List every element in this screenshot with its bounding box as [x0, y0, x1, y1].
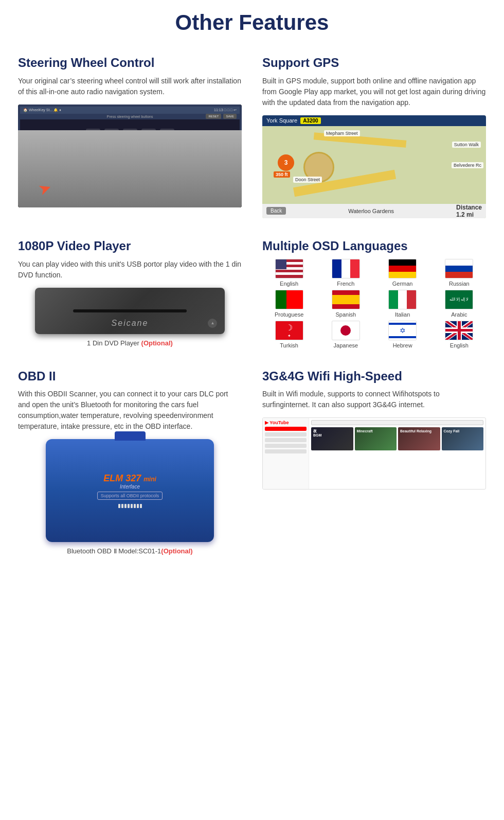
yt-video-2[interactable]: Minecraft — [355, 427, 397, 450]
yt-video-1-title: 夜BGM — [311, 427, 353, 439]
row-1: Steering Wheel Control Your original car… — [15, 50, 489, 223]
gps-street3-label: Sutton Walk — [452, 142, 481, 148]
osd-section: Multiple OSD Languages English — [260, 234, 489, 354]
yt-video-4-title: Cozy Fall — [442, 427, 484, 435]
japan-circle — [340, 325, 351, 336]
video-section: 1080P Video Player You can play video wi… — [15, 234, 244, 354]
flag-turkey: ☽ ✦ — [275, 321, 303, 340]
lang-item-english-uk: English — [433, 321, 486, 348]
dvd-eject-button[interactable]: ▲ — [208, 319, 217, 328]
gps-topbar: York Square A3200 — [262, 115, 486, 126]
flag-uk — [445, 321, 473, 340]
obd-interface-label: Interface — [120, 484, 140, 490]
steering-image: 🏠 WheelKey St... 🔔 ♦ 11:13 □ □ □ ↩ Press… — [18, 104, 242, 207]
page-title: Other Features — [15, 10, 489, 35]
sw-save-btn[interactable]: SAVE — [223, 114, 237, 119]
sw-topbar-label: 🏠 WheelKey St... 🔔 ♦ — [23, 108, 61, 112]
lang-label-german: German — [392, 281, 413, 287]
yt-video-grid: 夜BGM Minecraft Beautiful Relaxing Cozy F… — [311, 427, 483, 450]
obd-connector — [115, 431, 146, 441]
lang-item-italian: Italian — [376, 290, 429, 318]
yt-search-bar[interactable] — [311, 420, 483, 425]
video-title: 1080P Video Player — [18, 239, 242, 254]
uk-cross-v2 — [458, 321, 460, 340]
obd-pins — [118, 504, 142, 508]
dvd-caption: 1 Din DVD Player (Optional) — [18, 339, 242, 347]
russia-white — [445, 259, 473, 266]
obd-pin-8 — [140, 504, 142, 508]
yt-topbar — [311, 420, 483, 425]
lang-item-french: French — [319, 259, 372, 287]
spain-yellow — [332, 295, 359, 304]
gps-turn-marker: 3 — [278, 154, 294, 171]
yt-nav-history[interactable] — [265, 449, 307, 453]
flag-saudi: لا إله إلا الله — [445, 290, 473, 309]
israel-stripe-top — [389, 323, 416, 325]
sw-reset-btn[interactable]: RESET — [206, 114, 221, 119]
lang-item-spanish: Spanish — [319, 290, 372, 318]
obd-pin-7 — [137, 504, 139, 508]
yt-video-3-title: Beautiful Relaxing — [398, 427, 440, 435]
italy-white — [398, 290, 407, 309]
gps-desc: Built in GPS module, support both online… — [262, 76, 486, 108]
flag-france — [332, 259, 360, 278]
yt-logo: ▶ YouTube — [265, 420, 307, 425]
flag-russia — [445, 259, 473, 278]
yt-video-1[interactable]: 夜BGM — [311, 427, 353, 450]
video-desc: You can play video with this unit's USB … — [18, 259, 242, 281]
yt-main-content: 夜BGM Minecraft Beautiful Relaxing Cozy F… — [309, 418, 485, 489]
lang-item-russian: Russian — [433, 259, 486, 287]
gps-bottom-bar: Back Waterloo Gardens Distance1.2 mi — [262, 204, 486, 218]
sw-buttons: RESET SAVE — [206, 114, 237, 119]
lang-label-italian: Italian — [395, 311, 410, 318]
lang-label-portuguese: Protuguese — [275, 311, 303, 318]
gps-street2-label: Doon Street — [293, 177, 322, 183]
gps-back-button[interactable]: Back — [266, 207, 286, 215]
steering-section: Steering Wheel Control Your original car… — [15, 50, 244, 223]
lang-label-arabic: Arabic — [451, 311, 467, 318]
dvd-slot — [73, 309, 187, 312]
saudi-text: لا إله إلا الله — [449, 297, 469, 302]
germany-yellow — [389, 272, 416, 278]
row-3: OBD II With this OBDII Scanner, you can … — [15, 364, 489, 561]
lang-item-japanese: Japanese — [319, 321, 372, 348]
steering-desc: Your original car’s steering wheel contr… — [18, 76, 242, 97]
lang-label-french: French — [337, 281, 354, 287]
lang-label-turkish: Turkish — [280, 342, 298, 348]
spain-red1 — [332, 290, 359, 295]
yt-video-2-title: Minecraft — [355, 427, 397, 435]
lang-item-portuguese: Protuguese — [262, 290, 316, 318]
osd-title: Multiple OSD Languages — [262, 239, 486, 254]
yt-nav-home[interactable] — [265, 427, 307, 431]
lang-label-english-uk: English — [450, 342, 469, 348]
sw-topbar: 🏠 WheelKey St... 🔔 ♦ 11:13 □ □ □ ↩ — [20, 107, 240, 114]
gps-road-area: 3 350 ft Mepham Street Doon Street Sutto… — [262, 126, 486, 203]
lang-item-arabic: لا إله إلا الله Arabic — [433, 290, 486, 318]
yt-video-3[interactable]: Beautiful Relaxing — [398, 427, 440, 450]
italy-green — [389, 290, 398, 309]
gps-map-image: York Square A3200 3 350 ft Mepham Street… — [262, 115, 486, 218]
flag-italy — [388, 290, 417, 309]
dvd-brand-label: Seicane — [112, 319, 149, 328]
obd-pin-2 — [121, 504, 123, 508]
yt-video-4[interactable]: Cozy Fall — [442, 427, 484, 450]
lang-label-spanish: Spanish — [335, 311, 356, 318]
israel-star-icon: ✡ — [400, 327, 406, 334]
flag-germany — [388, 259, 417, 278]
gps-destination-label: Waterloo Gardens — [348, 208, 394, 214]
obd-title: OBD II — [18, 369, 242, 384]
row-2: 1080P Video Player You can play video wi… — [15, 234, 489, 354]
portugal-green — [276, 290, 286, 309]
obd-pin-3 — [124, 504, 127, 508]
obd-supports-label: Supports all OBDII protocols — [97, 492, 163, 500]
flag-spain — [332, 290, 360, 309]
gps-distance-marker: 350 ft — [274, 171, 290, 178]
yt-nav-trending[interactable] — [265, 432, 307, 437]
yt-sidebar: ▶ YouTube — [263, 418, 309, 489]
yt-nav-subscriptions[interactable] — [265, 438, 307, 442]
gps-title: Support GPS — [262, 56, 486, 71]
yt-nav-library[interactable] — [265, 444, 307, 448]
obd-desc: With this OBDII Scanner, you can connect… — [18, 389, 242, 432]
gps-section: Support GPS Built in GPS module, support… — [260, 50, 489, 223]
flag-israel: ✡ — [388, 321, 417, 340]
